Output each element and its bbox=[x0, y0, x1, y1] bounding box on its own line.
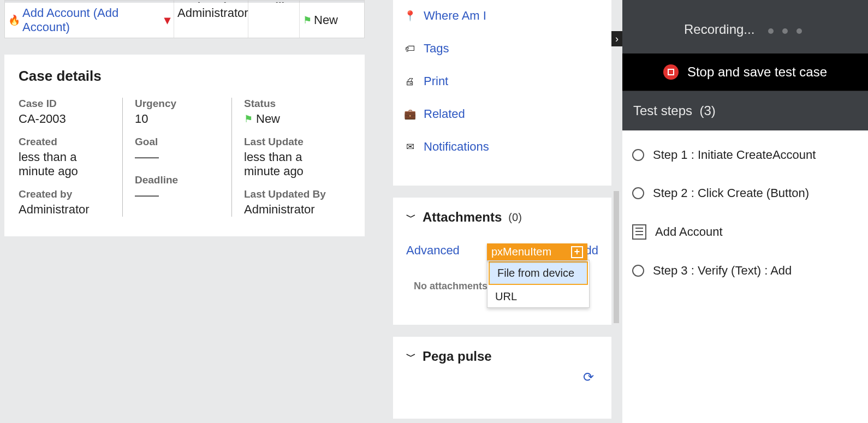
status-cell: New bbox=[314, 13, 338, 27]
label-createdby: Created by bbox=[19, 188, 110, 200]
test-step[interactable]: Step 1 : Initiate CreateAccount bbox=[622, 136, 868, 174]
scrollbar[interactable] bbox=[614, 191, 619, 323]
test-steps-list: Step 1 : Initiate CreateAccount Step 2 :… bbox=[622, 130, 868, 423]
case-details-title: Case details bbox=[19, 68, 350, 85]
test-recorder-panel: › Recording... Stop and save test case T… bbox=[622, 0, 868, 423]
nav-notifications[interactable]: ✉Notifications bbox=[404, 131, 601, 164]
tag-icon: 🏷 bbox=[404, 43, 416, 55]
table-row[interactable]: 🔥 Add Account (Add Account) ▾ Administra… bbox=[5, 3, 364, 38]
pega-pulse-section: ﹀ Pega pulse ⟳ bbox=[393, 337, 611, 419]
chevron-down-icon[interactable]: ﹀ bbox=[406, 211, 416, 224]
print-icon: 🖨 bbox=[404, 76, 416, 87]
label-lastupdatedby: Last Updated By bbox=[244, 188, 334, 200]
panel-toggle[interactable]: › bbox=[611, 31, 622, 46]
value-lastupdate: less than a minute ago bbox=[244, 150, 334, 178]
value-lastupdatedby: Administrator bbox=[244, 202, 334, 217]
deadline-cell bbox=[248, 3, 300, 38]
label-status: Status bbox=[244, 98, 334, 110]
menu-file-from-device[interactable]: File from device bbox=[489, 261, 588, 285]
menu-tooltip: pxMenuItem + bbox=[487, 243, 587, 260]
nav-where[interactable]: 📍Where Am I bbox=[404, 0, 601, 33]
loading-dots-icon bbox=[764, 22, 806, 37]
value-caseid: CA-2003 bbox=[19, 112, 110, 126]
attachments-advanced-link[interactable]: Advanced bbox=[406, 243, 460, 258]
test-step[interactable]: Add Account bbox=[622, 212, 868, 252]
value-status: ⚑ New bbox=[244, 112, 334, 126]
attachments-title: Attachments bbox=[423, 210, 502, 225]
nav-related[interactable]: 💼Related bbox=[404, 98, 601, 131]
flame-icon: 🔥 bbox=[8, 14, 20, 26]
test-step[interactable]: Step 3 : Verify (Text) : Add bbox=[622, 252, 868, 290]
label-created: Created bbox=[19, 136, 110, 148]
label-deadline: Deadline bbox=[135, 174, 219, 186]
assignment-link[interactable]: Add Account (Add Account) bbox=[22, 6, 162, 34]
priority-flag-icon: ▾ bbox=[164, 13, 170, 27]
add-attachment-menu: File from device URL bbox=[487, 260, 590, 308]
value-goal: —— bbox=[135, 150, 219, 164]
refresh-icon[interactable]: ⟳ bbox=[583, 370, 594, 385]
case-details-card: Case details Case ID CA-2003 Created les… bbox=[4, 55, 365, 236]
assignments-table: Name Assigned To Deadline Status 🔥 Add A… bbox=[4, 0, 365, 38]
attachments-count: (0) bbox=[508, 211, 521, 224]
radio-icon bbox=[632, 265, 644, 277]
label-urgency: Urgency bbox=[135, 98, 219, 110]
pin-icon: 📍 bbox=[404, 10, 416, 22]
stop-icon bbox=[663, 64, 679, 80]
value-createdby: Administrator bbox=[19, 202, 110, 217]
value-deadline: —— bbox=[135, 188, 219, 202]
attachments-section: ﹀ Attachments (0) Advanced Add No attach… bbox=[393, 198, 611, 325]
flag-icon: ⚑ bbox=[303, 14, 312, 26]
value-created: less than a minute ago bbox=[19, 150, 110, 178]
form-icon bbox=[632, 224, 646, 240]
pega-pulse-title: Pega pulse bbox=[423, 349, 492, 364]
chevron-down-icon[interactable]: ﹀ bbox=[406, 350, 416, 363]
mail-icon: ✉ bbox=[404, 141, 416, 153]
plus-icon: + bbox=[571, 246, 583, 258]
label-lastupdate: Last Update bbox=[244, 136, 334, 148]
assigned-cell: Administrator bbox=[174, 3, 248, 38]
flag-icon: ⚑ bbox=[244, 113, 253, 125]
briefcase-icon: 💼 bbox=[404, 108, 416, 120]
recording-status: Recording... bbox=[622, 0, 868, 53]
label-caseid: Case ID bbox=[19, 98, 110, 110]
menu-url[interactable]: URL bbox=[487, 286, 589, 307]
stop-save-button[interactable]: Stop and save test case bbox=[622, 53, 868, 91]
value-urgency: 10 bbox=[135, 112, 219, 126]
label-goal: Goal bbox=[135, 136, 219, 148]
utility-nav: 📍Where Am I 🏷Tags 🖨Print 💼Related ✉Notif… bbox=[393, 0, 611, 186]
test-step[interactable]: Step 2 : Click Create (Button) bbox=[622, 174, 868, 212]
nav-tags[interactable]: 🏷Tags bbox=[404, 33, 601, 65]
test-steps-header: Test steps (3) bbox=[622, 91, 868, 130]
nav-print[interactable]: 🖨Print bbox=[404, 65, 601, 98]
radio-icon bbox=[632, 187, 644, 199]
radio-icon bbox=[632, 149, 644, 161]
